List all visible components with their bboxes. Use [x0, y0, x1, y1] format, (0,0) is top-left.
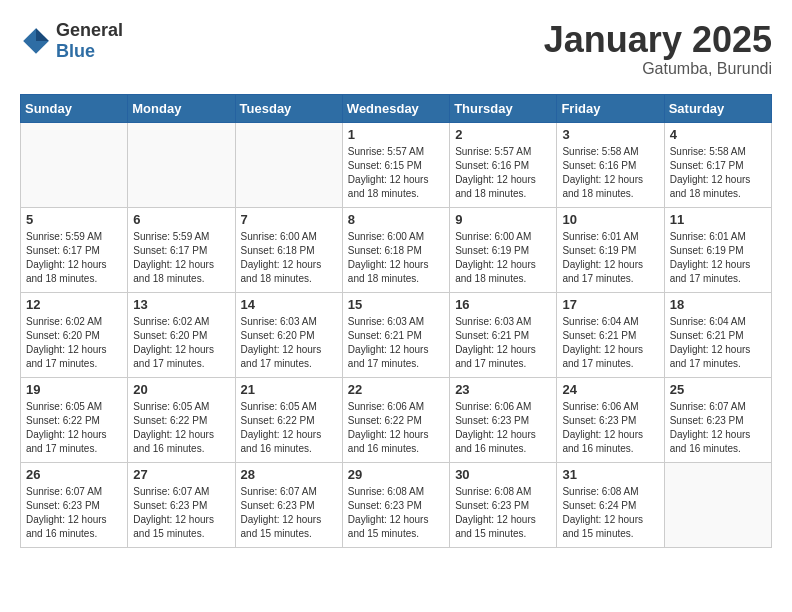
day-number: 18: [670, 297, 766, 312]
day-number: 1: [348, 127, 444, 142]
day-info: Sunrise: 5:59 AM Sunset: 6:17 PM Dayligh…: [133, 230, 229, 286]
calendar-cell: 4Sunrise: 5:58 AM Sunset: 6:17 PM Daylig…: [664, 122, 771, 207]
day-number: 30: [455, 467, 551, 482]
day-number: 27: [133, 467, 229, 482]
day-info: Sunrise: 6:05 AM Sunset: 6:22 PM Dayligh…: [133, 400, 229, 456]
day-number: 15: [348, 297, 444, 312]
day-number: 22: [348, 382, 444, 397]
logo: General Blue: [20, 20, 123, 62]
calendar-cell: 9Sunrise: 6:00 AM Sunset: 6:19 PM Daylig…: [450, 207, 557, 292]
day-info: Sunrise: 6:03 AM Sunset: 6:21 PM Dayligh…: [348, 315, 444, 371]
calendar-cell: 6Sunrise: 5:59 AM Sunset: 6:17 PM Daylig…: [128, 207, 235, 292]
calendar-cell: 18Sunrise: 6:04 AM Sunset: 6:21 PM Dayli…: [664, 292, 771, 377]
calendar-cell: 31Sunrise: 6:08 AM Sunset: 6:24 PM Dayli…: [557, 462, 664, 547]
calendar-week-row: 12Sunrise: 6:02 AM Sunset: 6:20 PM Dayli…: [21, 292, 772, 377]
calendar-cell: 11Sunrise: 6:01 AM Sunset: 6:19 PM Dayli…: [664, 207, 771, 292]
day-info: Sunrise: 6:06 AM Sunset: 6:22 PM Dayligh…: [348, 400, 444, 456]
day-number: 2: [455, 127, 551, 142]
day-number: 8: [348, 212, 444, 227]
page-header: General Blue January 2025 Gatumba, Burun…: [20, 20, 772, 78]
logo-general: General: [56, 20, 123, 40]
svg-marker-1: [36, 28, 49, 41]
day-info: Sunrise: 6:07 AM Sunset: 6:23 PM Dayligh…: [241, 485, 337, 541]
calendar-cell: [235, 122, 342, 207]
day-number: 3: [562, 127, 658, 142]
day-info: Sunrise: 6:07 AM Sunset: 6:23 PM Dayligh…: [26, 485, 122, 541]
calendar-cell: 24Sunrise: 6:06 AM Sunset: 6:23 PM Dayli…: [557, 377, 664, 462]
weekday-header: Wednesday: [342, 94, 449, 122]
day-info: Sunrise: 6:02 AM Sunset: 6:20 PM Dayligh…: [26, 315, 122, 371]
calendar-cell: 17Sunrise: 6:04 AM Sunset: 6:21 PM Dayli…: [557, 292, 664, 377]
calendar-cell: 28Sunrise: 6:07 AM Sunset: 6:23 PM Dayli…: [235, 462, 342, 547]
calendar-cell: 29Sunrise: 6:08 AM Sunset: 6:23 PM Dayli…: [342, 462, 449, 547]
calendar-cell: 5Sunrise: 5:59 AM Sunset: 6:17 PM Daylig…: [21, 207, 128, 292]
day-info: Sunrise: 6:08 AM Sunset: 6:23 PM Dayligh…: [348, 485, 444, 541]
day-info: Sunrise: 6:07 AM Sunset: 6:23 PM Dayligh…: [133, 485, 229, 541]
day-number: 28: [241, 467, 337, 482]
calendar-week-row: 5Sunrise: 5:59 AM Sunset: 6:17 PM Daylig…: [21, 207, 772, 292]
day-number: 4: [670, 127, 766, 142]
weekday-header: Tuesday: [235, 94, 342, 122]
day-info: Sunrise: 5:58 AM Sunset: 6:17 PM Dayligh…: [670, 145, 766, 201]
calendar-cell: 2Sunrise: 5:57 AM Sunset: 6:16 PM Daylig…: [450, 122, 557, 207]
day-info: Sunrise: 6:00 AM Sunset: 6:18 PM Dayligh…: [241, 230, 337, 286]
day-info: Sunrise: 5:57 AM Sunset: 6:15 PM Dayligh…: [348, 145, 444, 201]
calendar-cell: 19Sunrise: 6:05 AM Sunset: 6:22 PM Dayli…: [21, 377, 128, 462]
calendar-table: SundayMondayTuesdayWednesdayThursdayFrid…: [20, 94, 772, 548]
weekday-header: Friday: [557, 94, 664, 122]
day-info: Sunrise: 6:00 AM Sunset: 6:18 PM Dayligh…: [348, 230, 444, 286]
location-title: Gatumba, Burundi: [544, 60, 772, 78]
day-number: 12: [26, 297, 122, 312]
calendar-cell: 10Sunrise: 6:01 AM Sunset: 6:19 PM Dayli…: [557, 207, 664, 292]
weekday-header: Thursday: [450, 94, 557, 122]
logo-text: General Blue: [56, 20, 123, 62]
day-info: Sunrise: 6:03 AM Sunset: 6:21 PM Dayligh…: [455, 315, 551, 371]
day-number: 25: [670, 382, 766, 397]
calendar-cell: 25Sunrise: 6:07 AM Sunset: 6:23 PM Dayli…: [664, 377, 771, 462]
weekday-header-row: SundayMondayTuesdayWednesdayThursdayFrid…: [21, 94, 772, 122]
day-number: 31: [562, 467, 658, 482]
calendar-week-row: 19Sunrise: 6:05 AM Sunset: 6:22 PM Dayli…: [21, 377, 772, 462]
logo-blue: Blue: [56, 41, 95, 61]
calendar-cell: 8Sunrise: 6:00 AM Sunset: 6:18 PM Daylig…: [342, 207, 449, 292]
day-number: 6: [133, 212, 229, 227]
day-info: Sunrise: 6:05 AM Sunset: 6:22 PM Dayligh…: [241, 400, 337, 456]
calendar-cell: 20Sunrise: 6:05 AM Sunset: 6:22 PM Dayli…: [128, 377, 235, 462]
day-info: Sunrise: 6:00 AM Sunset: 6:19 PM Dayligh…: [455, 230, 551, 286]
weekday-header: Saturday: [664, 94, 771, 122]
logo-icon: [20, 25, 52, 57]
day-info: Sunrise: 6:05 AM Sunset: 6:22 PM Dayligh…: [26, 400, 122, 456]
day-number: 9: [455, 212, 551, 227]
weekday-header: Sunday: [21, 94, 128, 122]
calendar-cell: 12Sunrise: 6:02 AM Sunset: 6:20 PM Dayli…: [21, 292, 128, 377]
calendar-cell: 21Sunrise: 6:05 AM Sunset: 6:22 PM Dayli…: [235, 377, 342, 462]
day-number: 19: [26, 382, 122, 397]
day-info: Sunrise: 6:04 AM Sunset: 6:21 PM Dayligh…: [670, 315, 766, 371]
calendar-cell: 23Sunrise: 6:06 AM Sunset: 6:23 PM Dayli…: [450, 377, 557, 462]
day-number: 13: [133, 297, 229, 312]
day-number: 7: [241, 212, 337, 227]
calendar-cell: [128, 122, 235, 207]
day-info: Sunrise: 6:08 AM Sunset: 6:24 PM Dayligh…: [562, 485, 658, 541]
day-info: Sunrise: 6:01 AM Sunset: 6:19 PM Dayligh…: [670, 230, 766, 286]
calendar-week-row: 26Sunrise: 6:07 AM Sunset: 6:23 PM Dayli…: [21, 462, 772, 547]
day-info: Sunrise: 5:59 AM Sunset: 6:17 PM Dayligh…: [26, 230, 122, 286]
day-number: 10: [562, 212, 658, 227]
day-info: Sunrise: 6:03 AM Sunset: 6:20 PM Dayligh…: [241, 315, 337, 371]
day-info: Sunrise: 6:04 AM Sunset: 6:21 PM Dayligh…: [562, 315, 658, 371]
calendar-cell: 26Sunrise: 6:07 AM Sunset: 6:23 PM Dayli…: [21, 462, 128, 547]
calendar-cell: 22Sunrise: 6:06 AM Sunset: 6:22 PM Dayli…: [342, 377, 449, 462]
calendar-cell: 14Sunrise: 6:03 AM Sunset: 6:20 PM Dayli…: [235, 292, 342, 377]
calendar-cell: 30Sunrise: 6:08 AM Sunset: 6:23 PM Dayli…: [450, 462, 557, 547]
day-info: Sunrise: 6:08 AM Sunset: 6:23 PM Dayligh…: [455, 485, 551, 541]
day-number: 29: [348, 467, 444, 482]
calendar-cell: [664, 462, 771, 547]
day-number: 11: [670, 212, 766, 227]
day-number: 24: [562, 382, 658, 397]
calendar-week-row: 1Sunrise: 5:57 AM Sunset: 6:15 PM Daylig…: [21, 122, 772, 207]
day-number: 21: [241, 382, 337, 397]
calendar-cell: 27Sunrise: 6:07 AM Sunset: 6:23 PM Dayli…: [128, 462, 235, 547]
calendar-cell: 15Sunrise: 6:03 AM Sunset: 6:21 PM Dayli…: [342, 292, 449, 377]
weekday-header: Monday: [128, 94, 235, 122]
day-number: 23: [455, 382, 551, 397]
